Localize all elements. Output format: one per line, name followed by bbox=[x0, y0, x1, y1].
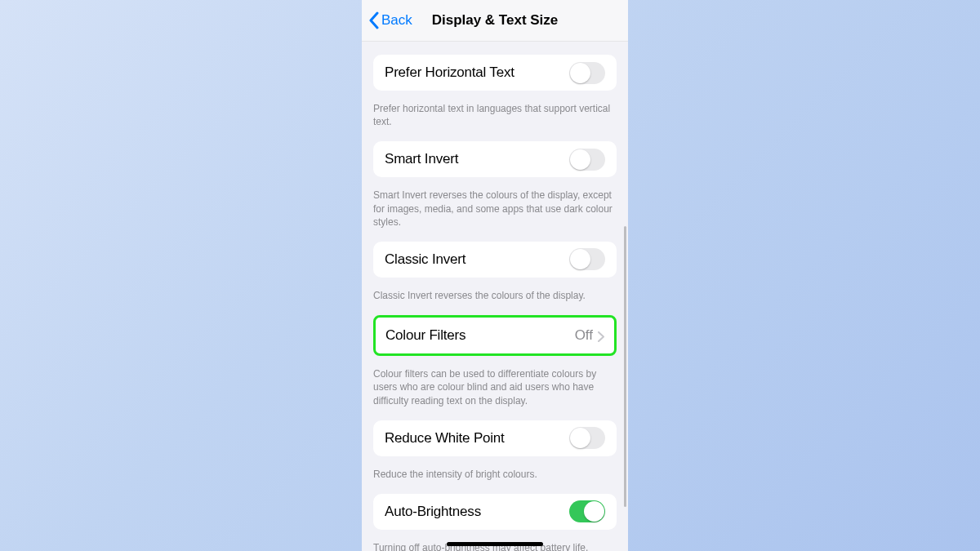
colour-filters-value: Off bbox=[575, 327, 593, 344]
scroll-content[interactable]: Prefer Horizontal Text Prefer horizontal… bbox=[362, 42, 628, 551]
row-title: Colour Filters bbox=[385, 327, 466, 344]
row-title: Reduce White Point bbox=[385, 430, 505, 447]
prefer-horizontal-text-caption: Prefer horizontal text in languages that… bbox=[362, 97, 628, 141]
back-button[interactable]: Back bbox=[368, 11, 412, 29]
chevron-right-icon bbox=[598, 331, 604, 341]
smart-invert-caption: Smart Invert reverses the colours of the… bbox=[362, 184, 628, 242]
row-title: Auto-Brightness bbox=[385, 504, 481, 520]
classic-invert-row[interactable]: Classic Invert bbox=[373, 242, 617, 278]
reduce-white-point-toggle[interactable] bbox=[569, 427, 605, 449]
row-title: Smart Invert bbox=[385, 151, 458, 167]
reduce-white-point-row[interactable]: Reduce White Point bbox=[373, 420, 617, 456]
home-indicator[interactable] bbox=[447, 542, 543, 546]
back-label: Back bbox=[381, 12, 412, 29]
classic-invert-caption: Classic Invert reverses the colours of t… bbox=[362, 284, 628, 315]
scrollbar[interactable] bbox=[624, 226, 626, 507]
prefer-horizontal-text-toggle[interactable] bbox=[569, 62, 605, 84]
colour-filters-caption: Colour filters can be used to differenti… bbox=[362, 362, 628, 420]
smart-invert-row[interactable]: Smart Invert bbox=[373, 141, 617, 177]
settings-screen: Back Display & Text Size Prefer Horizont… bbox=[362, 0, 628, 551]
colour-filters-row[interactable]: Colour Filters Off bbox=[373, 315, 617, 356]
reduce-white-point-caption: Reduce the intensity of bright colours. bbox=[362, 463, 628, 494]
prefer-horizontal-text-row[interactable]: Prefer Horizontal Text bbox=[373, 55, 617, 91]
auto-brightness-toggle[interactable] bbox=[569, 500, 605, 522]
auto-brightness-row[interactable]: Auto-Brightness bbox=[373, 494, 617, 530]
classic-invert-toggle[interactable] bbox=[569, 248, 605, 270]
navigation-bar: Back Display & Text Size bbox=[362, 0, 628, 42]
chevron-left-icon bbox=[368, 11, 380, 29]
row-title: Classic Invert bbox=[385, 251, 466, 268]
smart-invert-toggle[interactable] bbox=[569, 149, 605, 171]
row-title: Prefer Horizontal Text bbox=[385, 64, 514, 81]
